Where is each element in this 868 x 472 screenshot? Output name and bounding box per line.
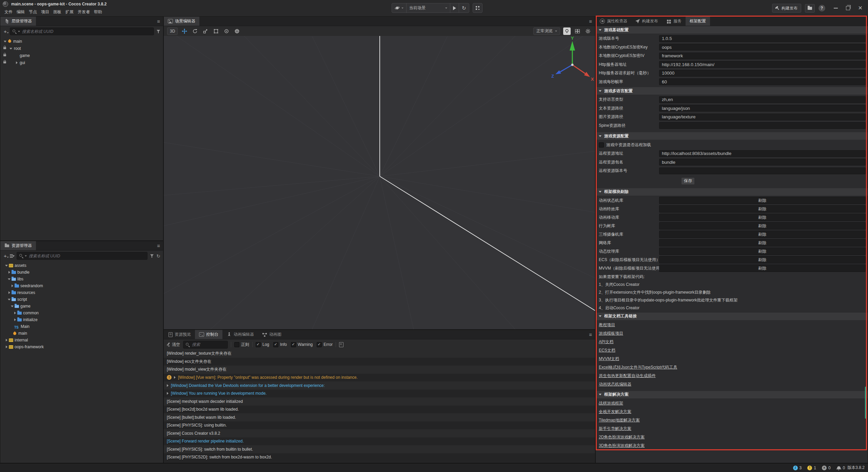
field-input[interactable] [659, 44, 866, 51]
console-message-row[interactable]: [Window] render_texture文件夹存在 [164, 350, 595, 358]
section-header-language[interactable]: 游戏多语言配置 [596, 87, 868, 95]
minimize-button[interactable] [834, 8, 838, 8]
menu-item[interactable]: 节点 [27, 9, 39, 15]
tab-scene-editor[interactable]: 场景编辑器 [164, 17, 199, 26]
section-header-solutions[interactable]: 框架解决方案 [596, 391, 868, 398]
regex-checkbox[interactable]: 正则 [234, 342, 249, 348]
console-message-row[interactable]: [Scene] meshopt wasm decoder initialized [164, 397, 595, 406]
view-mode-dropdown[interactable]: 正常浏览 [533, 27, 560, 35]
menu-item[interactable]: 编辑 [15, 9, 27, 15]
field-input[interactable] [659, 96, 866, 103]
doc-link[interactable]: 动画状态机编辑器 [599, 381, 631, 387]
expand-chevron-icon[interactable] [3, 39, 7, 43]
scene-viewport[interactable]: Y X Z [164, 36, 595, 329]
console-message-row[interactable]: [Scene] [PHYSICS]: using builtin. [164, 421, 595, 430]
expand-chevron-icon[interactable] [167, 384, 169, 387]
menu-item[interactable]: 项目 [39, 9, 51, 15]
assets-search-input[interactable] [28, 253, 145, 259]
tree-row[interactable]: Main [0, 323, 163, 330]
translate-tool-button[interactable] [181, 27, 188, 35]
console-clear-button[interactable]: 清空 [166, 342, 180, 348]
expand-chevron-icon[interactable] [4, 263, 8, 268]
log-filter-checkbox[interactable]: Info [273, 342, 287, 347]
console-message-row[interactable]: [Scene] [PHYSICS2D]: switch from box2d-w… [164, 453, 595, 461]
help-button[interactable]: ? [818, 5, 825, 12]
field-input[interactable] [659, 122, 866, 129]
expand-chevron-icon[interactable] [174, 376, 176, 379]
expand-chevron-icon[interactable] [167, 392, 169, 395]
console-message-row[interactable]: [Scene] [box2d]:box2d wasm lib loaded. [164, 406, 595, 414]
orientation-gizmo[interactable]: Y X Z [551, 36, 594, 82]
remove-module-button[interactable]: 剔除 [659, 264, 866, 272]
tree-row[interactable]: libs [0, 276, 163, 282]
status-error-counter[interactable]: × 0 [822, 466, 831, 470]
doc-link[interactable]: MVVM文档 [599, 356, 619, 362]
expand-chevron-icon[interactable] [10, 324, 14, 329]
console-message-row[interactable]: [Scene] Forward render pipeline initiali… [164, 437, 595, 446]
doc-link[interactable]: ECS文档 [599, 348, 615, 353]
expand-chevron-icon[interactable] [15, 61, 19, 65]
doc-link[interactable]: Excel格式转Json文件与TypeScript代码工具 [599, 365, 677, 370]
scene-light-toggle[interactable] [563, 27, 571, 35]
field-input[interactable] [659, 105, 866, 112]
console-searchbox[interactable] [183, 341, 228, 349]
inspector-tab[interactable]: 构建发布 [631, 17, 662, 26]
solution-link[interactable]: 3D角色扮演游戏解决方案 [599, 443, 645, 449]
sort-icon[interactable] [10, 254, 14, 258]
menu-item[interactable]: 开发者 [76, 9, 92, 15]
field-input[interactable] [659, 150, 866, 157]
field-input[interactable] [659, 168, 866, 174]
remove-module-button[interactable]: 剔除 [659, 256, 866, 263]
rotate-tool-button[interactable] [191, 27, 199, 35]
console-message-row[interactable]: ! [Window] [Vue warn]: Property "onInput… [164, 374, 595, 382]
console-message-row[interactable]: [Window] You are running Vue in developm… [164, 390, 595, 398]
3d-mode-button[interactable]: 3D [167, 27, 178, 35]
tree-row[interactable]: gui [0, 59, 163, 66]
tree-row[interactable]: game [0, 303, 163, 310]
tree-row[interactable]: assets [0, 262, 163, 269]
remove-module-button[interactable]: 剔除 [659, 239, 866, 247]
tree-row[interactable]: common [0, 310, 163, 316]
tree-row[interactable]: seedrandom [0, 282, 163, 289]
solution-link[interactable]: 新手引导解决方案 [599, 426, 631, 432]
preview-target-button[interactable] [392, 3, 407, 13]
console-tab[interactable]: 资源预览 [164, 330, 195, 339]
console-search-input[interactable] [191, 342, 225, 347]
field-input[interactable] [659, 78, 866, 85]
section-header-docs[interactable]: 框架文档工具链接 [596, 313, 868, 320]
field-input[interactable] [659, 35, 866, 42]
open-project-folder-button[interactable] [805, 4, 815, 13]
tree-row[interactable]: main [0, 38, 163, 45]
remove-module-button[interactable]: 剔除 [659, 197, 866, 204]
status-warning-counter[interactable]: ! 1 [807, 466, 816, 470]
console-message-row[interactable]: [Window] ecs文件夹存在 [164, 358, 595, 366]
menu-item[interactable]: 扩展 [63, 9, 76, 15]
rect-tool-button[interactable] [212, 27, 220, 35]
tree-row[interactable]: script [0, 296, 163, 303]
panel-menu-icon[interactable]: ≡ [157, 241, 160, 250]
inspector-tab[interactable]: 框架配置 [686, 17, 710, 26]
panel-menu-icon[interactable]: ≡ [157, 17, 160, 26]
collapse-log-icon[interactable] [339, 342, 343, 347]
tree-row[interactable]: root [0, 45, 163, 52]
doc-link[interactable]: API文档 [599, 339, 613, 345]
pivot-toggle-button[interactable] [223, 27, 230, 35]
scene-select-dropdown[interactable]: 当前场景 [407, 3, 450, 13]
doc-link[interactable]: 原生包热更新配置自动生成插件 [599, 373, 656, 379]
console-message-row[interactable]: [Scene] [PHYSICS]: switch from builtin t… [164, 445, 595, 453]
expand-chevron-icon[interactable] [7, 270, 11, 274]
scale-tool-button[interactable] [202, 27, 209, 35]
tree-row[interactable]: internal [0, 337, 163, 343]
scene-stats-toggle[interactable] [574, 27, 581, 35]
console-message-row[interactable]: [Scene] [bullet]:bullet wasm lib loaded. [164, 413, 595, 421]
inspector-scrollbar-thumb[interactable] [865, 387, 867, 419]
doc-link[interactable]: 游戏模板项目 [599, 331, 623, 336]
expand-chevron-icon[interactable] [10, 284, 14, 288]
tree-row[interactable]: bundle [0, 269, 163, 276]
field-input[interactable] [659, 70, 866, 77]
tree-row[interactable]: resources [0, 289, 163, 296]
expand-chevron-icon[interactable] [7, 277, 11, 281]
panel-menu-icon[interactable]: ≡ [589, 330, 592, 339]
expand-chevron-icon[interactable] [13, 311, 17, 315]
add-asset-button[interactable]: + [3, 253, 7, 258]
